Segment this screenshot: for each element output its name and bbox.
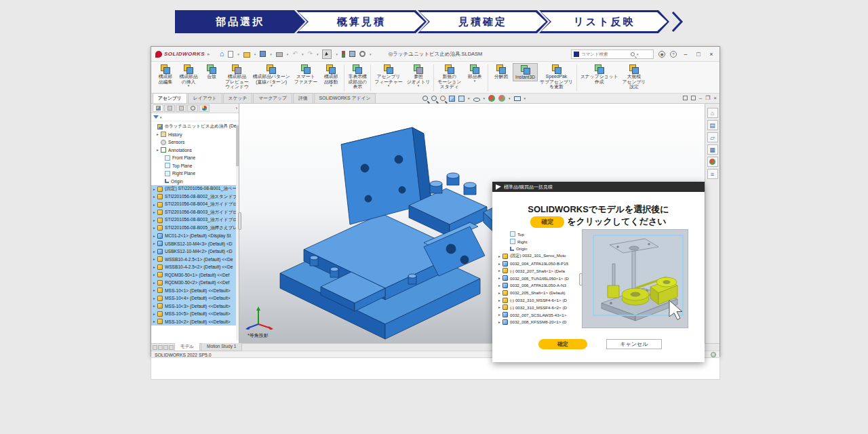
stepper-step[interactable]: 見積確定 [418, 10, 548, 33]
doc-restore-left-icon[interactable] [683, 96, 688, 100]
feature-tree-item[interactable]: ▸ USBKS12-10-M4<2> (Default) <D [151, 248, 239, 256]
ribbon-button[interactable]: 構成部品 の挿入 ▾ [177, 63, 200, 88]
feature-tree-item[interactable]: Top Plane [151, 162, 239, 170]
feature-tree-item[interactable]: ▸ MSS-10<1> (Default) <<Default> [151, 287, 239, 295]
command-tab[interactable]: 評価 [293, 93, 313, 103]
brand-expander-chevron-icon[interactable]: ▸ [208, 52, 210, 57]
task-pane-home-icon[interactable]: ⌂ [707, 108, 718, 118]
ribbon-button[interactable]: 参照 ジオメトリ ▾ [405, 63, 433, 88]
tree-scrollbar-thumb[interactable] [236, 125, 239, 166]
ribbon-button[interactable] [370, 64, 371, 92]
cancel-button[interactable]: キャンセル [606, 339, 662, 349]
dialog-tree-item[interactable]: Origin [496, 245, 582, 253]
ribbon-button[interactable]: SpeedPak サブアセンブリ を更新 [538, 63, 575, 90]
task-pane-custom-properties-icon[interactable]: ≡ [707, 169, 718, 179]
ribbon-button[interactable]: 構成部品 プレビュー ウィンドウ [223, 63, 251, 90]
dialog-tree-item[interactable]: ▸ 0032_004_ATPA19L050-B-P15 [496, 260, 582, 267]
feature-tree-item[interactable]: Front Plane [151, 154, 239, 162]
feature-tree-item[interactable]: ▸ STI2201056-08-B002_治スタンドプレ [151, 193, 239, 201]
zoom-to-fit-icon[interactable] [422, 96, 428, 101]
feature-tree-item[interactable]: ▸ (固定) STI2201056-08-B001_治ベー [151, 185, 239, 193]
ribbon-button[interactable]: 新規の モーション スタディ [435, 63, 463, 90]
view-orientation-caret-icon[interactable]: ▾ [468, 96, 470, 100]
feature-tree-item[interactable]: ▸ History [151, 131, 239, 139]
feature-tree-item[interactable]: ▸ STI2201056-08-B003_治ガイドブロッ [151, 216, 239, 224]
dimxpert-manager-tab[interactable] [187, 104, 198, 112]
feature-tree-item[interactable]: ◎ラッチユニットビス止め治具 (Default) <D [151, 123, 239, 131]
ribbon-button[interactable]: 構成部 品移動 ▾ [319, 63, 342, 88]
study-tab[interactable]: モデル [174, 343, 200, 351]
dialog-tree-item[interactable]: ▸ 0032_007_SCSLAW35-43<1> [496, 311, 582, 319]
dialog-tree-item[interactable]: ▸ 0032_008_KFSSM8-20<1> (D [496, 319, 582, 326]
edit-appearance-icon[interactable] [488, 95, 495, 102]
command-tab[interactable]: アセンブリ [153, 93, 187, 103]
minimize-button[interactable]: – [682, 51, 690, 58]
ribbon-button[interactable]: スナップショット 作成 [578, 63, 620, 85]
command-tab[interactable]: マークアップ [253, 93, 292, 103]
command-tab[interactable]: レイアウト [188, 93, 222, 103]
configuration-manager-tab[interactable] [176, 104, 186, 112]
tree-filter-bar[interactable]: ▾ [151, 113, 239, 121]
feature-tree-item[interactable]: ▸ WSSB10-4-2.5<2> (Default) <<De [151, 263, 239, 271]
tree-tabs-overflow-chevron-icon[interactable]: › [236, 106, 237, 111]
model-preview-pane[interactable] [582, 229, 688, 328]
tab-scroll-button-1[interactable] [153, 345, 157, 350]
doc-close-button[interactable]: × [713, 95, 717, 101]
dialog-tree-item[interactable]: Right [496, 238, 582, 245]
task-pane-design-library-icon[interactable]: ▤ [707, 120, 718, 130]
file-properties-icon[interactable] [349, 51, 355, 57]
feature-tree-item[interactable]: ▸ WSSB10-4-2.5<1> (Default) <<De [151, 256, 239, 264]
command-tab[interactable]: SOLIDWORKS アドイン [314, 93, 376, 103]
redo-icon[interactable]: ↷ [307, 50, 313, 58]
select-tool-button[interactable] [322, 50, 332, 59]
feature-tree-item[interactable]: Origin [151, 178, 239, 186]
stepper-step[interactable]: 部品選択 [175, 10, 305, 33]
zoom-to-area-icon[interactable] [431, 96, 437, 101]
dialog-tree-item[interactable]: ▸ 0032_005_TUN165L050<1> (D [496, 275, 582, 282]
feature-tree-item[interactable]: ▸ MSS-10<2> (Default) <<Default> [151, 318, 239, 326]
doc-minimize-button[interactable]: – [699, 95, 702, 101]
ribbon-button[interactable]: 部品表 ▾ [463, 63, 486, 83]
dialog-tree-item[interactable]: ▸ (-) 0032_207_Shaft<1> (Defa [496, 267, 582, 275]
preview-collapse-handle[interactable] [579, 273, 583, 285]
command-search-box[interactable]: ▾ [571, 50, 654, 59]
close-button[interactable]: × [707, 51, 715, 58]
rebuild-icon[interactable] [342, 51, 345, 58]
ribbon-button[interactable] [576, 64, 577, 92]
view-settings-icon[interactable] [514, 96, 521, 101]
command-tab[interactable]: スケッチ [223, 93, 253, 103]
tab-scroll-button-2[interactable] [158, 345, 163, 350]
stepper-step[interactable]: 概算見積 [296, 10, 427, 33]
display-manager-tab[interactable] [199, 104, 210, 112]
feature-tree-item[interactable]: Right Plane [151, 170, 239, 178]
search-icon[interactable] [631, 52, 635, 56]
dialog-tree-item[interactable]: Top [496, 231, 582, 238]
display-style-caret-icon[interactable]: ▾ [484, 96, 486, 100]
dialog-title-bar[interactable]: 標準品/購買品一括見積 [492, 182, 705, 192]
help-icon[interactable]: ? [670, 51, 677, 58]
feature-tree-item[interactable]: ▸ MSS-10<3> (Default) <<Default> [151, 302, 239, 311]
view-settings-caret-icon[interactable]: ▾ [524, 96, 526, 100]
dialog-tree-item[interactable]: ▸ (-) 0032_310_MSSF4-6<2> (D [496, 304, 582, 311]
undo-icon[interactable]: ↶ [292, 50, 298, 58]
panel-splitter-handle[interactable] [238, 212, 241, 230]
search-input[interactable] [581, 52, 629, 56]
feature-manager-tab[interactable] [153, 104, 163, 112]
save-icon[interactable] [260, 51, 266, 57]
maximize-button[interactable]: □ [694, 51, 703, 58]
ribbon-button[interactable]: アセンブリ フィーチャー ▾ [372, 63, 404, 88]
stepper-step[interactable]: リスト反映 [539, 10, 669, 33]
feature-tree-item[interactable]: ▸ RQDM30-50<1> (Default) <<Def [151, 271, 239, 279]
feature-tree-item[interactable]: ▸ STI2201056-08-B003_治ガイドブロッ [151, 209, 239, 217]
apply-scene-caret-icon[interactable]: ▾ [509, 96, 511, 100]
previous-view-icon[interactable] [440, 96, 446, 101]
ribbon-button[interactable]: 構成部品パターン (直線パターン) ▾ [251, 63, 292, 88]
dialog-tree-item[interactable]: ▸ (-) 0032_310_MSSF4-6<1> (D [496, 296, 582, 304]
ribbon-button[interactable]: 合致 [200, 63, 223, 80]
login-user-icon[interactable]: ◉ [658, 51, 665, 58]
task-pane-file-explorer-icon[interactable]: ▱ [707, 132, 718, 142]
feature-tree-item[interactable]: ▸ STI2201056-08-B004_治ガイドブロッ [151, 201, 239, 209]
ribbon-button[interactable]: 分解図 [490, 63, 513, 80]
section-view-icon[interactable] [449, 96, 455, 102]
ribbon-button[interactable]: Instant3D [513, 63, 538, 81]
